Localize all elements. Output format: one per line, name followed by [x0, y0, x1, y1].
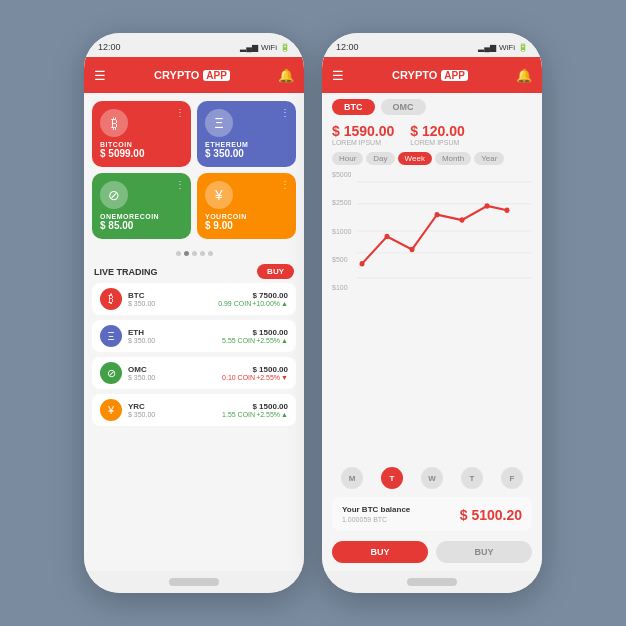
card-menu-eth[interactable]: ⋮	[280, 107, 290, 118]
signal-icon: ▂▄▆	[240, 43, 258, 52]
trade-row-eth[interactable]: Ξ ETH $ 350.00 $ 1500.00 5.55 COIN +2.55…	[92, 320, 296, 352]
card-menu-bitcoin[interactable]: ⋮	[175, 107, 185, 118]
balance-col-2: $ 120.00 LOREM IPSUM	[410, 123, 465, 146]
tab-hour[interactable]: Hour	[332, 152, 363, 165]
buy-button-red[interactable]: BUY	[332, 541, 428, 563]
home-button-1[interactable]	[169, 578, 219, 586]
omc-sub: $ 350.00	[128, 374, 216, 381]
phone-bottom-1	[84, 571, 304, 593]
bell-icon-2[interactable]: 🔔	[516, 68, 532, 83]
omc-name: ONEMORECOIN	[100, 213, 159, 220]
eth-sub: $ 350.00	[128, 337, 216, 344]
buy-button-main[interactable]: BUY	[257, 264, 294, 279]
y-label-5000: $5000	[332, 171, 351, 178]
wifi-icon: WiFi	[261, 43, 277, 52]
tab-week[interactable]: Week	[398, 152, 432, 165]
phone-1: 12:00 ▂▄▆ WiFi 🔋 ☰ CRYPTO APP 🔔 ⋮ ₿ BITC…	[84, 33, 304, 593]
btc-trade-info: BTC $ 350.00	[128, 291, 212, 307]
eth-trade-info: ETH $ 350.00	[128, 328, 216, 344]
time-1: 12:00	[98, 42, 121, 52]
yrc-symbol: YRC	[128, 402, 216, 411]
chart-dot-1	[360, 261, 365, 266]
app-name-1: CRYPTO	[154, 69, 199, 81]
status-bar-1: 12:00 ▂▄▆ WiFi 🔋	[84, 33, 304, 57]
omc-price: $ 1500.00	[222, 365, 288, 374]
omc-trade-info: OMC $ 350.00	[128, 365, 216, 381]
y-label-100: $100	[332, 284, 351, 291]
day-tab-w[interactable]: W	[421, 467, 443, 489]
menu-icon-1[interactable]: ☰	[94, 68, 106, 83]
bitcoin-name: BITCOIN	[100, 141, 132, 148]
phone2-content: BTC OMC $ 1590.00 LOREM IPSUM $ 120.00 L…	[322, 93, 542, 571]
balance-label-1: LOREM IPSUM	[332, 139, 394, 146]
tab-day[interactable]: Day	[366, 152, 394, 165]
app-header-2: ☰ CRYPTO APP 🔔	[322, 57, 542, 93]
phone-2-screen: ☰ CRYPTO APP 🔔 BTC OMC $ 1590.00 LOREM I…	[322, 57, 542, 571]
yrc-price: $ 9.00	[205, 220, 233, 231]
omc-card[interactable]: ⋮ ⊘ ONEMORECOIN $ 85.00	[92, 173, 191, 239]
card-menu-omc[interactable]: ⋮	[175, 179, 185, 190]
balance-label-2: LOREM IPSUM	[410, 139, 465, 146]
day-tab-t2[interactable]: T	[461, 467, 483, 489]
carousel-dots	[84, 247, 304, 260]
time-tabs: Hour Day Week Month Year	[322, 152, 542, 171]
chart-dot-3	[410, 247, 415, 252]
y-label-500: $500	[332, 256, 351, 263]
ethereum-icon: Ξ	[205, 109, 233, 137]
chart-dot-2	[385, 234, 390, 239]
battery-icon-2: 🔋	[518, 43, 528, 52]
buy-button-gray[interactable]: BUY	[436, 541, 532, 563]
chart-dot-5	[460, 217, 465, 222]
y-label-1000: $1000	[332, 228, 351, 235]
ethereum-name: ETHEREUM	[205, 141, 248, 148]
tab-month[interactable]: Month	[435, 152, 471, 165]
chart-area: $5000 $2500 $1000 $500 $100	[322, 171, 542, 463]
menu-icon-2[interactable]: ☰	[332, 68, 344, 83]
coin-cards-grid: ⋮ ₿ BITCOIN $ 5099.00 ⋮ Ξ ETHEREUM $ 350…	[84, 93, 304, 247]
live-trading-header: LIVE TRADING BUY	[84, 260, 304, 283]
trade-row-yrc[interactable]: ¥ YRC $ 350.00 $ 1500.00 1.55 COIN +2.55…	[92, 394, 296, 426]
dot-5	[208, 251, 213, 256]
btc-sub: $ 350.00	[128, 300, 212, 307]
tab-year[interactable]: Year	[474, 152, 504, 165]
day-tabs: M T W T F	[322, 463, 542, 493]
yrc-price-col: $ 1500.00 1.55 COIN +2.55% ▲	[222, 402, 288, 418]
trade-row-btc[interactable]: ₿ BTC $ 350.00 $ 7500.00 0.99 COIN +10.0…	[92, 283, 296, 315]
card-menu-yrc[interactable]: ⋮	[280, 179, 290, 190]
yrc-price: $ 1500.00	[222, 402, 288, 411]
yrc-name: YOURCOIN	[205, 213, 247, 220]
omc-price: $ 85.00	[100, 220, 133, 231]
bitcoin-card[interactable]: ⋮ ₿ BITCOIN $ 5099.00	[92, 101, 191, 167]
battery-icon: 🔋	[280, 43, 290, 52]
bitcoin-icon: ₿	[100, 109, 128, 137]
token-tabs: BTC OMC	[322, 93, 542, 119]
app-badge-1: APP	[203, 70, 230, 81]
day-tab-f[interactable]: F	[501, 467, 523, 489]
yrc-card[interactable]: ⋮ ¥ YOURCOIN $ 9.00	[197, 173, 296, 239]
eth-trade-icon: Ξ	[100, 325, 122, 347]
ethereum-card[interactable]: ⋮ Ξ ETHEREUM $ 350.00	[197, 101, 296, 167]
live-trading-title: LIVE TRADING	[94, 267, 158, 277]
dot-2	[184, 251, 189, 256]
trade-row-omc[interactable]: ⊘ OMC $ 350.00 $ 1500.00 0.10 COIN +2.55…	[92, 357, 296, 389]
chart-dot-4	[435, 212, 440, 217]
tab-omc[interactable]: OMC	[381, 99, 426, 115]
status-icons-1: ▂▄▆ WiFi 🔋	[240, 43, 290, 52]
tab-btc[interactable]: BTC	[332, 99, 375, 115]
bell-icon-1[interactable]: 🔔	[278, 68, 294, 83]
app-name-2: CRYPTO	[392, 69, 437, 81]
app-header-1: ☰ CRYPTO APP 🔔	[84, 57, 304, 93]
yrc-trade-icon: ¥	[100, 399, 122, 421]
yrc-trade-info: YRC $ 350.00	[128, 402, 216, 418]
chart-line	[362, 206, 507, 264]
wifi-icon-2: WiFi	[499, 43, 515, 52]
dot-1	[176, 251, 181, 256]
balance-col-1: $ 1590.00 LOREM IPSUM	[332, 123, 394, 146]
omc-symbol: OMC	[128, 365, 216, 374]
omc-price-col: $ 1500.00 0.10 COIN +2.55% ▼	[222, 365, 288, 381]
day-tab-t1[interactable]: T	[381, 467, 403, 489]
day-tab-m[interactable]: M	[341, 467, 363, 489]
phone-1-screen: ☰ CRYPTO APP 🔔 ⋮ ₿ BITCOIN $ 5099.00 ⋮ Ξ…	[84, 57, 304, 571]
trade-list: ₿ BTC $ 350.00 $ 7500.00 0.99 COIN +10.0…	[84, 283, 304, 571]
home-button-2[interactable]	[407, 578, 457, 586]
